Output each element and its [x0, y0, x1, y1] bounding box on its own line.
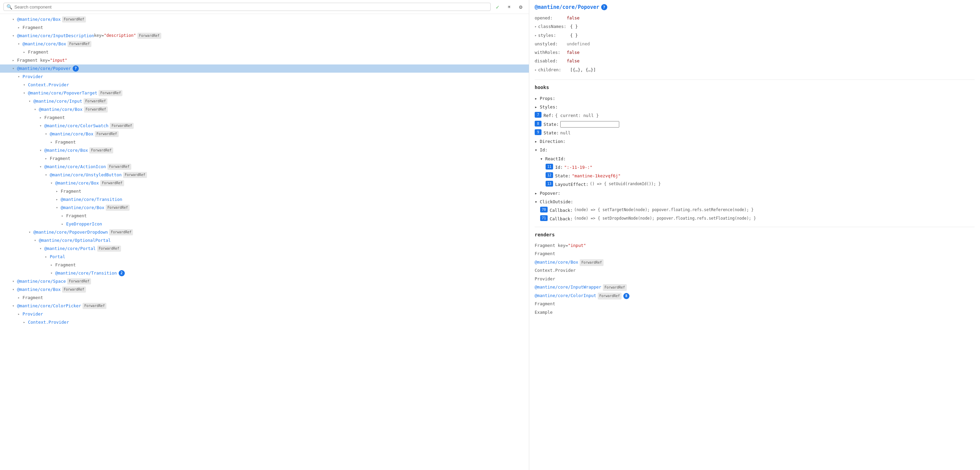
tree-arrow: ▾: [23, 91, 28, 96]
tree-arrow: ▸: [56, 189, 61, 194]
forward-ref-badge: ForwardRef: [84, 107, 108, 113]
tree-item[interactable]: ▾@mantine/core/UnstyledButtonForwardRef: [0, 171, 529, 179]
hook-value: [560, 121, 619, 128]
tree-item[interactable]: ▾Provider: [0, 73, 529, 81]
tree-arrow: ▸: [45, 254, 50, 260]
prop-value: { }: [570, 23, 578, 30]
tree-container: ▾@mantine/core/BoxForwardRef▸Fragment▾@m…: [0, 14, 529, 470]
prop-row[interactable]: ▸children:[{…}, {…}]: [535, 65, 975, 74]
tree-arrow: ▾: [12, 66, 17, 71]
hook-label: Ref:: [544, 112, 554, 119]
prop-key: classNames:: [538, 23, 569, 30]
hook-num: 13: [546, 181, 553, 186]
hook-row: ▸ Styles:: [535, 103, 975, 111]
hook-num: 7: [535, 112, 541, 118]
toolbar: 🔍 ✓ ☀ ⚙: [0, 0, 529, 14]
component-label: @mantine/core/InputDescription: [17, 32, 94, 39]
tree-item[interactable]: ▸Fragment: [0, 48, 529, 56]
tree-item[interactable]: ▸EyeDropperIcon: [0, 220, 529, 228]
tree-item[interactable]: ▾@mantine/core/BoxForwardRef: [0, 105, 529, 113]
render-component-name: @mantine/core/Box: [535, 260, 578, 264]
check-icon-button[interactable]: ✓: [493, 2, 502, 11]
prop-row[interactable]: ▸styles:{ }: [535, 31, 975, 40]
detail-badge-num: 7: [601, 4, 607, 10]
tree-item[interactable]: ▸Fragment: [0, 212, 529, 220]
fragment-label: Fragment: [22, 294, 43, 301]
tree-item[interactable]: ▾@mantine/core/OptionalPortal: [0, 236, 529, 245]
tree-arrow: ▾: [34, 238, 39, 243]
hook-label-expand: ▾ ReactId:: [540, 155, 566, 163]
tree-item[interactable]: ▾@mantine/core/PopoverTargetForwardRef: [0, 89, 529, 97]
tree-item[interactable]: ▾Context.Provider: [0, 81, 529, 89]
tree-arrow: ▾: [51, 271, 55, 276]
prop-key: disabled:: [535, 57, 565, 64]
left-panel: 🔍 ✓ ☀ ⚙ ▾@mantine/core/BoxForwardRef▸Fra…: [0, 0, 529, 470]
tree-item[interactable]: ▸Fragment: [0, 24, 529, 32]
prop-value: { }: [570, 32, 578, 39]
tree-item[interactable]: ▾@mantine/core/BoxForwardRef: [0, 204, 529, 212]
tree-item[interactable]: ▸Portal: [0, 253, 529, 261]
tree-item[interactable]: ▸Provider: [0, 310, 529, 318]
gear-icon-button[interactable]: ⚙: [516, 2, 525, 11]
tree-item[interactable]: ▾@mantine/core/SpaceForwardRef: [0, 277, 529, 285]
component-label: Context.Provider: [28, 81, 69, 88]
hook-value: null: [560, 129, 571, 136]
tree-item[interactable]: ▾@mantine/core/InputForwardRef: [0, 97, 529, 105]
hook-row: 12State: "mantine-1kezvqf6j": [546, 172, 975, 180]
tree-arrow: ▾: [29, 229, 33, 235]
fragment-label: Fragment: [45, 114, 65, 121]
search-box[interactable]: 🔍: [3, 3, 491, 11]
tree-item[interactable]: ▸Context.Provider: [0, 318, 529, 327]
prop-row[interactable]: ▸classNames:{ }: [535, 22, 975, 31]
tree-item[interactable]: ▾@mantine/core/BoxForwardRef: [0, 179, 529, 187]
tree-item[interactable]: ▾@mantine/core/BoxForwardRef: [0, 130, 529, 138]
hook-label: State:: [544, 121, 559, 128]
tree-item[interactable]: ▸Fragment: [0, 187, 529, 196]
hook-label: ▸ Props:: [535, 95, 555, 102]
forward-ref-badge: ForwardRef: [97, 245, 121, 252]
tree-item[interactable]: ▸Fragment: [0, 155, 529, 163]
component-label: @mantine/core/ActionIcon: [45, 163, 106, 170]
tree-item[interactable]: ▸Fragment key="input": [0, 56, 529, 64]
forward-ref-badge: ForwardRef: [137, 33, 161, 39]
tree-item[interactable]: ▾@mantine/core/PopoverDropdownForwardRef: [0, 228, 529, 236]
tree-item[interactable]: ▾@mantine/core/PortalForwardRef: [0, 245, 529, 253]
hook-label: Callback:: [550, 207, 573, 214]
tree-item[interactable]: ▾@mantine/core/BoxForwardRef: [0, 285, 529, 294]
prop-arrow: ▸: [535, 67, 537, 73]
hooks-section-title: hooks: [535, 84, 975, 91]
component-label: @mantine/core/ColorSwatch: [45, 123, 108, 129]
search-input[interactable]: [14, 5, 488, 10]
component-label: @mantine/core/Box: [17, 16, 61, 23]
hook-num: 70: [540, 207, 547, 212]
fragment-label: Fragment: [50, 155, 70, 162]
tree-item[interactable]: ▾@mantine/core/BoxForwardRef: [0, 146, 529, 155]
sun-icon-button[interactable]: ☀: [504, 2, 514, 11]
forward-ref-badge: ForwardRef: [109, 229, 133, 235]
tree-item[interactable]: ▸Fragment: [0, 261, 529, 269]
tree-arrow: ▾: [12, 17, 17, 22]
tree-item[interactable]: ▾@mantine/core/Transition2: [0, 269, 529, 277]
component-label: @mantine/core/Transition: [55, 270, 117, 277]
hooks-section: ▸ Props:▸ Styles:7Ref: { current: null }…: [535, 94, 975, 223]
tree-item[interactable]: ▸Fragment: [0, 294, 529, 302]
component-label: EyeDropperIcon: [66, 221, 102, 228]
tree-item[interactable]: ▸@mantine/core/Transition: [0, 196, 529, 204]
tree-item[interactable]: ▸Fragment: [0, 113, 529, 122]
render-component-name: @mantine/core/InputWrapper: [535, 284, 601, 290]
component-label: @mantine/core/Box: [22, 41, 66, 48]
tree-arrow: ▸: [51, 262, 55, 268]
hook-num: 71: [540, 215, 547, 221]
tree-item[interactable]: ▾@mantine/core/ActionIconForwardRef: [0, 163, 529, 171]
tree-item[interactable]: ▾@mantine/core/BoxForwardRef: [0, 15, 529, 24]
tree-arrow: ▾: [45, 131, 50, 137]
tree-item[interactable]: ▾@mantine/core/InputDescription key="des…: [0, 32, 529, 40]
hook-label-expand: ▾ ClickOutside:: [535, 198, 573, 206]
component-label: @mantine/core/OptionalPortal: [39, 237, 111, 244]
tree-item[interactable]: ▾@mantine/core/Popover7: [0, 64, 529, 73]
tree-item[interactable]: ▾@mantine/core/ColorSwatchForwardRef: [0, 122, 529, 130]
tree-item[interactable]: ▾@mantine/core/ColorPickerForwardRef: [0, 302, 529, 310]
component-label: @mantine/core/Box: [17, 286, 61, 293]
tree-item[interactable]: ▾@mantine/core/BoxForwardRef: [0, 40, 529, 48]
tree-item[interactable]: ▸Fragment: [0, 138, 529, 146]
